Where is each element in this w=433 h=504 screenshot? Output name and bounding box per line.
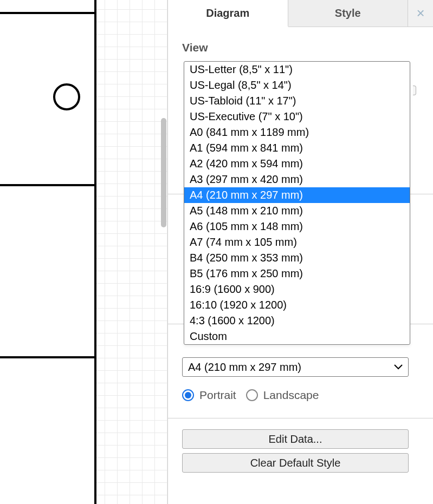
paper-size-selected-label: A4 (210 mm x 297 mm)	[188, 361, 301, 374]
tab-diagram-label: Diagram	[206, 7, 249, 19]
sidebar-close-button[interactable]: ×	[408, 0, 433, 27]
paper-size-option[interactable]: 16:9 (1600 x 900)	[184, 282, 410, 297]
chevron-down-icon	[394, 362, 403, 372]
diagram-canvas[interactable]	[0, 0, 167, 504]
section-divider	[168, 418, 433, 418]
tab-style-label: Style	[335, 7, 361, 19]
paper-size-option[interactable]: US-Letter (8,5" x 11")	[184, 62, 410, 77]
edit-data-label: Edit Data...	[269, 433, 322, 445]
canvas-scrollbar-track[interactable]	[160, 0, 167, 504]
paper-size-option[interactable]: A7 (74 mm x 105 mm)	[184, 234, 410, 250]
paper-size-option[interactable]: B4 (250 mm x 353 mm)	[184, 250, 410, 266]
tab-diagram[interactable]: Diagram	[168, 0, 288, 27]
clear-default-style-button[interactable]: Clear Default Style	[182, 453, 409, 473]
paper-size-option[interactable]: US-Tabloid (11" x 17")	[184, 93, 410, 109]
paper-size-option[interactable]: A6 (105 mm x 148 mm)	[184, 219, 410, 234]
paper-size-option[interactable]: 4:3 (1600 x 1200)	[184, 313, 410, 329]
edit-data-button[interactable]: Edit Data...	[182, 429, 409, 449]
paper-size-option[interactable]: A5 (148 mm x 210 mm)	[184, 203, 410, 219]
paper-size-option[interactable]: A0 (841 mm x 1189 mm)	[184, 125, 410, 140]
orientation-landscape-label: Landscape	[263, 389, 319, 402]
interface-circle-shape[interactable]	[53, 83, 80, 110]
paper-size-option[interactable]: B5 (176 mm x 250 mm)	[184, 266, 410, 282]
sidebar-tabs: Diagram Style ×	[168, 0, 433, 27]
paper-size-option[interactable]: A2 (420 mm x 594 mm)	[184, 156, 410, 172]
orientation-radio-group: Portrait Landscape	[182, 389, 419, 402]
paper-size-option[interactable]: A3 (297 mm x 420 mm)	[184, 172, 410, 187]
paper-size-option[interactable]: US-Legal (8,5" x 14")	[184, 77, 410, 93]
tab-style[interactable]: Style	[288, 0, 409, 27]
view-section-title: View	[182, 41, 419, 54]
paper-size-option[interactable]: A1 (594 mm x 841 mm)	[184, 140, 410, 156]
canvas-scrollbar-thumb[interactable]	[161, 118, 166, 227]
paper-size-option[interactable]: 16:10 (1920 x 1200)	[184, 297, 410, 313]
radio-icon	[246, 389, 258, 401]
orientation-portrait-radio[interactable]: Portrait	[182, 389, 236, 402]
close-icon: ×	[416, 5, 424, 22]
uml-compartment-1[interactable]	[0, 0, 96, 14]
uml-compartment-4[interactable]	[0, 358, 96, 504]
paper-size-dropdown[interactable]: US-Letter (8,5" x 11")US-Legal (8,5" x 1…	[184, 61, 410, 345]
clear-default-style-label: Clear Default Style	[250, 457, 341, 469]
orientation-portrait-label: Portrait	[199, 389, 236, 402]
paper-size-option[interactable]: Custom	[184, 329, 410, 344]
orientation-landscape-radio[interactable]: Landscape	[246, 389, 319, 402]
uml-compartment-2[interactable]	[0, 14, 96, 186]
panel-edge-peek	[413, 86, 416, 95]
paper-size-option[interactable]: A4 (210 mm x 297 mm)	[184, 187, 410, 203]
app-root: Diagram Style × View A4 (210 mm x 297 mm…	[0, 0, 433, 504]
paper-size-option[interactable]: US-Executive (7" x 10")	[184, 109, 410, 125]
uml-compartment-3[interactable]	[0, 186, 96, 358]
radio-icon	[182, 389, 194, 401]
paper-size-select[interactable]: A4 (210 mm x 297 mm)	[182, 357, 409, 377]
